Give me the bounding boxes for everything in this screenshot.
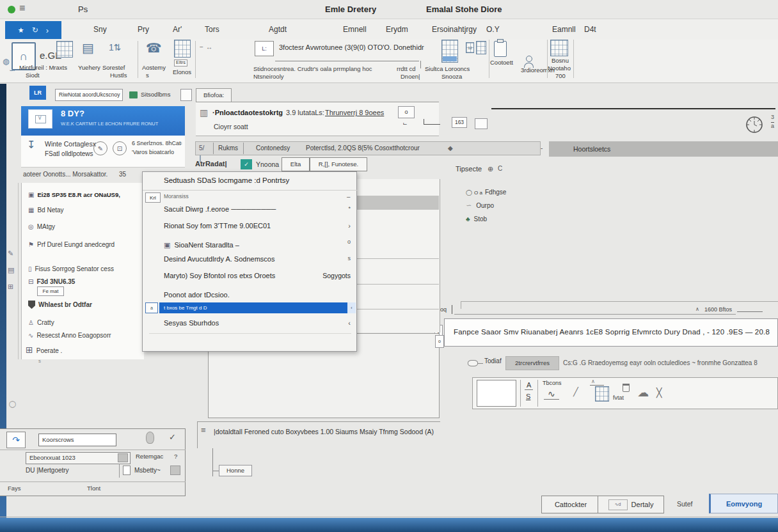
popup-field[interactable]: Ebeorxxuat 1023 xyxy=(26,452,131,464)
menu-item-sesyas[interactable]: Sesyas Sburhdos‹ xyxy=(164,319,351,327)
refresh-icon[interactable]: ↻ xyxy=(32,26,38,35)
blank-swatch[interactable] xyxy=(477,380,516,407)
small-box[interactable] xyxy=(475,118,488,129)
check-icon[interactable]: ✓ xyxy=(169,433,176,442)
eltrs-button[interactable] xyxy=(174,40,191,58)
printer-icon[interactable]: ▤ xyxy=(82,41,94,56)
dertaly-button[interactable]: ∿d Dertaly xyxy=(598,496,664,513)
check-badge[interactable]: ✓ xyxy=(241,159,252,169)
gray-button[interactable]: 2trcrervtfrres xyxy=(505,356,559,370)
table-icon[interactable] xyxy=(595,386,609,402)
menu-item-selected[interactable]: t bxos be Tmgt d D xyxy=(159,302,347,313)
menu-item-sacuit[interactable]: Sacuit Diwrg .f.eoroe ─────────* xyxy=(164,205,351,213)
menu-item-poonot[interactable]: Poonot ador tDcsioo. xyxy=(164,288,351,300)
tab-pry[interactable]: Pry xyxy=(138,26,149,35)
question-label[interactable]: ? xyxy=(174,453,177,460)
calc-large-icon[interactable] xyxy=(476,41,486,54)
phone-icon[interactable]: ☎ xyxy=(146,41,162,56)
folder-item[interactable]: ⊟F3d 3NU6.35 xyxy=(28,275,75,286)
ruler-icon[interactable]: L: xyxy=(255,41,274,56)
window-dot-icon[interactable] xyxy=(8,6,15,13)
folder-item[interactable]: ▯Fisus Sorrgog Senator cess xyxy=(28,262,114,274)
circle-rail-icon[interactable]: ◯ xyxy=(9,400,16,408)
field-button[interactable] xyxy=(118,453,128,462)
signature-icon[interactable]: ∿ xyxy=(544,389,559,400)
folder-item[interactable]: ◎MAtgy xyxy=(28,220,55,231)
menu-item-rionat[interactable]: Rionat Soy fom 3'TTme 9.00EC01› xyxy=(164,222,351,230)
grid-rail-icon[interactable]: ⊞ xyxy=(8,283,13,291)
menu-item-desind[interactable]: Desind Avucutdlrdy A. Sodnemscoss xyxy=(164,255,351,263)
status-contonedsy[interactable]: Contonedsy xyxy=(256,145,290,152)
cloud-icon[interactable]: ☁ xyxy=(637,386,649,400)
menu-item-maryto[interactable]: Maryto) Soy Bfontol ros etxs OroetsSogyg… xyxy=(164,272,351,279)
tree-item[interactable]: ◯O aFdhgse xyxy=(466,185,506,197)
glove-icon[interactable] xyxy=(146,432,154,444)
pencil-rail-icon[interactable]: ✎ xyxy=(8,249,13,258)
tab-eamnll[interactable]: Eamnll xyxy=(552,26,576,35)
pen-icon[interactable]: ╱ xyxy=(573,387,578,397)
sort-icon[interactable]: 1⇅ xyxy=(109,42,122,52)
chevron-right-icon[interactable]: › xyxy=(46,26,49,35)
redo-tab[interactable]: ↷ xyxy=(6,432,26,448)
tab-oy[interactable]: O.Y xyxy=(486,26,500,35)
sutef-button[interactable]: Sutef xyxy=(677,500,693,508)
tab-agtdt[interactable]: Agtdt xyxy=(269,26,287,35)
copy-circle-icon[interactable]: ⊡ xyxy=(113,141,127,155)
status-rukms[interactable]: Rukms xyxy=(218,145,238,152)
clock-icon[interactable] xyxy=(745,115,764,134)
small-box[interactable] xyxy=(180,89,192,101)
tab-tors[interactable]: Tors xyxy=(205,26,219,35)
menu-item-moransiss[interactable]: Moransiss− xyxy=(164,193,351,201)
eomvyong-button[interactable]: Eomvyong xyxy=(709,494,778,513)
folder-item[interactable]: ⊞Poerate . xyxy=(26,344,62,356)
funotese-button[interactable]: R,[], Funotese. xyxy=(310,157,367,171)
menu-item-sioanent[interactable]: ▣SioaNent Staradlta –o xyxy=(164,239,351,250)
tab-emnell[interactable]: Emnell xyxy=(343,26,367,35)
download-icon[interactable]: ↧ xyxy=(27,139,35,151)
search-input[interactable]: RiwNotat aoordUkcscnoy xyxy=(55,89,123,101)
tab-d4t[interactable]: D4t xyxy=(584,26,596,35)
folder-item[interactable]: ♙Cratty xyxy=(28,316,54,327)
lr-badge[interactable]: LR xyxy=(29,86,46,100)
rows-rail-icon[interactable]: ▤ xyxy=(8,266,14,274)
font-a-label[interactable]: A xyxy=(525,381,533,390)
quick-access-toolbar[interactable]: ★ ↻ › xyxy=(5,21,61,39)
tree-item[interactable]: ∽Ourpo xyxy=(466,199,494,210)
ynoona-label[interactable]: Ynoona xyxy=(256,160,279,168)
tree-item[interactable]: ♣Stob xyxy=(466,212,487,224)
o-button[interactable]: o xyxy=(398,106,415,118)
font-s-label[interactable]: S xyxy=(526,393,530,401)
section-row-label[interactable]: aoteer Oonotts... Morsakattor. xyxy=(23,171,107,178)
menu-icon[interactable]: ≡ xyxy=(19,3,25,14)
honne-tag[interactable]: Honne xyxy=(219,465,252,476)
msbetty-label[interactable]: Msbetty~ xyxy=(134,467,161,474)
tools-icon[interactable]: ╳ xyxy=(656,387,662,398)
fe-mat-button[interactable]: Fe mat xyxy=(37,286,64,296)
bosnu-button[interactable] xyxy=(550,40,568,56)
subject-field[interactable]: Fanpce Saaor Smv Riuanaberj Aeanrs 1cE8 … xyxy=(444,318,778,347)
elta-button[interactable]: Elta xyxy=(282,157,310,171)
trash-icon[interactable] xyxy=(623,384,630,392)
sender-card[interactable]: ↧ Winte Cortaglesx FSatl olldlpotews ✎ ⊡… xyxy=(21,136,185,168)
selected-mail-banner[interactable]: 8 DY? W.E.K CARTMIT LE 8CHON FRURE RONUT xyxy=(21,106,185,136)
folder-item[interactable]: ▦Bd Netay xyxy=(28,203,64,215)
tab-erydm[interactable]: Erydm xyxy=(386,26,408,35)
clipboard-icon[interactable] xyxy=(494,41,507,57)
plus-circle-icon[interactable]: ⊕ xyxy=(488,165,493,173)
folder-item[interactable]: ▣Ei28 SP35 E8.R acr ONaUS9, xyxy=(28,188,120,199)
calc-small-icon[interactable]: 12 xyxy=(466,42,474,53)
compose-o-button[interactable]: o xyxy=(435,335,444,348)
tab-sny[interactable]: Sny xyxy=(93,26,107,35)
tab-ar[interactable]: Ar' xyxy=(173,26,182,35)
popup-input[interactable]: Koorscrows xyxy=(38,434,116,446)
caret-icon[interactable]: ∧ xyxy=(695,306,699,312)
count-163-box[interactable]: 163 xyxy=(452,117,467,128)
filter-label[interactable]: Sitsodlbms xyxy=(141,91,170,98)
photos-tab[interactable]: Bfiofoa: xyxy=(196,88,232,102)
folder-item[interactable]: Whlaest br Odtfar xyxy=(28,301,92,309)
hoorts-bar[interactable]: Hoortsloetcs xyxy=(549,141,778,157)
cattockter-button[interactable]: Cattockter xyxy=(541,496,600,513)
mraxts-button[interactable] xyxy=(56,41,73,58)
folder-item[interactable]: ∿Resecst Anno Eoagopsorr xyxy=(28,329,111,340)
small-gray-box[interactable] xyxy=(170,465,180,475)
